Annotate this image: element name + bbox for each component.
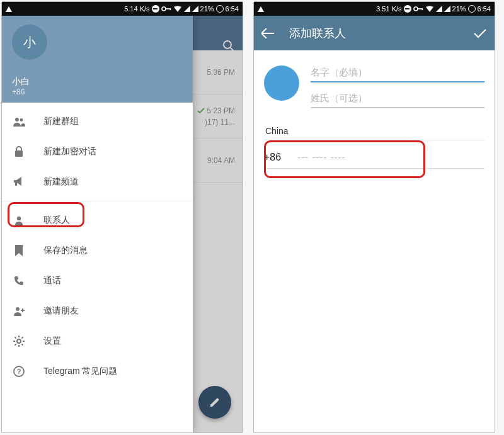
clock-time: 6:54: [478, 5, 491, 13]
menu-item-settings[interactable]: 设置: [2, 326, 193, 356]
svg-point-5: [15, 118, 19, 121]
clock-time: 6:54: [226, 5, 239, 13]
lock-icon: [12, 146, 26, 157]
warning-icon: [6, 6, 12, 12]
status-bar: 5.14 K/s 21% 6:54: [2, 2, 243, 16]
add-contact-body: China +86 --- ---- ----: [254, 50, 495, 181]
vpn-key-icon: [161, 6, 171, 12]
wifi-icon: [425, 6, 434, 13]
user-name: 小白: [12, 76, 183, 88]
battery-percent: 21%: [452, 5, 466, 13]
user-avatar[interactable]: 小: [12, 25, 47, 60]
add-contact-appbar: 添加联系人: [254, 16, 495, 50]
signal-icon-2: [192, 6, 198, 12]
menu-item-new-secret-chat[interactable]: 新建加密对话: [2, 137, 193, 167]
signal-icon: [436, 6, 442, 12]
svg-rect-2: [169, 8, 171, 10]
phone-drawer-screen: 5.14 K/s 21% 6:54 5:36 PM 5:23 PM ): [1, 1, 243, 433]
last-name-input[interactable]: [311, 89, 484, 108]
megaphone-icon: [12, 177, 26, 187]
country-label: China: [265, 126, 289, 136]
menu-label: 新建群组: [43, 116, 79, 127]
country-selector[interactable]: China: [264, 126, 484, 140]
country-code[interactable]: +86: [264, 152, 281, 163]
phone-number-placeholder[interactable]: --- ---- ----: [297, 152, 345, 162]
dnd-icon: [404, 5, 411, 13]
person-icon: [12, 215, 26, 225]
menu-separator: [2, 201, 193, 201]
menu-label: 联系人: [43, 215, 70, 226]
first-name-input[interactable]: [311, 63, 484, 82]
phone-icon: [12, 276, 26, 286]
arrow-left-icon: [261, 28, 274, 38]
wifi-icon: [173, 6, 182, 13]
net-speed: 3.51 K/s: [376, 5, 401, 13]
menu-item-faq[interactable]: ? Telegram 常见问题: [2, 356, 193, 387]
confirm-button[interactable]: [473, 28, 487, 38]
svg-line-18: [15, 344, 16, 345]
menu-label: 新建加密对话: [43, 146, 96, 157]
status-bar: 3.51 K/s 21% 6:54: [254, 2, 495, 16]
menu-label: 通话: [43, 275, 61, 286]
signal-icon-2: [444, 6, 450, 12]
svg-point-6: [20, 118, 23, 121]
battery-icon: [468, 5, 476, 13]
check-icon: [473, 28, 487, 38]
menu-label: 新建频道: [43, 176, 79, 188]
help-icon: ?: [12, 366, 26, 377]
drawer-header: 小 小白 +86: [2, 16, 193, 103]
svg-text:?: ?: [17, 368, 21, 375]
contact-avatar-placeholder[interactable]: [264, 65, 299, 101]
signal-icon: [184, 6, 190, 12]
menu-item-contacts[interactable]: 联系人: [2, 205, 193, 235]
group-icon: [12, 116, 26, 127]
dnd-icon: [152, 5, 159, 13]
svg-point-9: [17, 217, 21, 220]
battery-icon: [216, 5, 224, 13]
warning-icon: [258, 6, 264, 12]
svg-line-16: [15, 337, 16, 339]
svg-line-19: [21, 337, 23, 339]
menu-item-saved-messages[interactable]: 保存的消息: [2, 235, 193, 266]
battery-percent: 21%: [200, 5, 214, 13]
bookmark-icon: [12, 245, 26, 256]
menu-label: 邀请朋友: [43, 305, 79, 317]
menu-item-new-channel[interactable]: 新建频道: [2, 167, 193, 197]
menu-item-calls[interactable]: 通话: [2, 266, 193, 296]
back-button[interactable]: [261, 28, 274, 38]
menu-label: Telegram 常见问题: [43, 366, 117, 377]
svg-rect-7: [15, 150, 23, 157]
invite-icon: [12, 306, 26, 316]
svg-rect-24: [421, 8, 423, 10]
menu-label: 保存的消息: [43, 245, 88, 256]
avatar-initial: 小: [23, 34, 36, 51]
user-phone: +86: [12, 88, 183, 96]
svg-point-10: [16, 307, 20, 311]
vpn-key-icon: [413, 6, 423, 12]
gear-icon: [12, 336, 26, 347]
menu-item-new-group[interactable]: 新建群组: [2, 106, 193, 137]
appbar-title: 添加联系人: [289, 26, 458, 41]
menu-item-invite-friends[interactable]: 邀请朋友: [2, 296, 193, 326]
menu-label: 设置: [43, 336, 61, 347]
drawer-menu: 新建群组 新建加密对话 新建频道 联系人 保存的消息: [2, 103, 193, 390]
phone-input-row[interactable]: +86 --- ---- ----: [264, 152, 484, 169]
svg-rect-8: [15, 183, 17, 186]
phone-add-contact-screen: 3.51 K/s 21% 6:54 添加联系人: [253, 1, 495, 433]
svg-point-11: [17, 339, 21, 343]
navigation-drawer: 小 小白 +86 新建群组 新建加密对话 新建频道: [2, 16, 193, 432]
net-speed: 5.14 K/s: [124, 5, 149, 13]
svg-line-17: [21, 344, 23, 345]
